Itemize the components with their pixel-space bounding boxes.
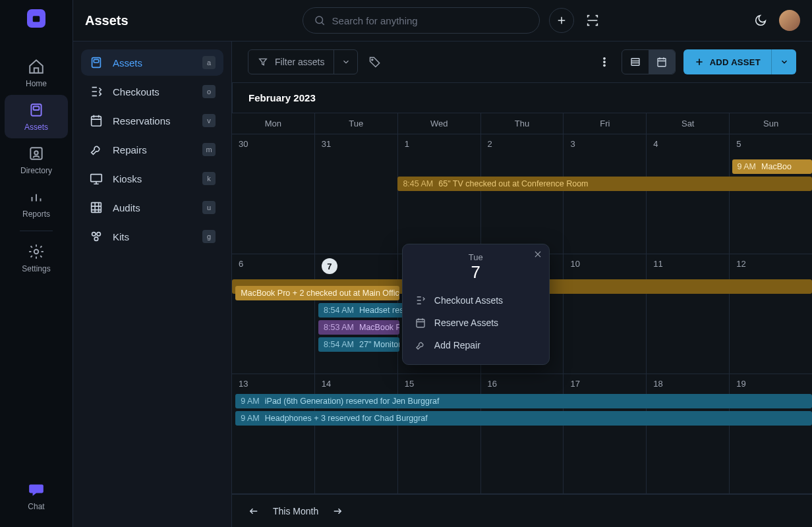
popover-day-label: Tue <box>403 252 549 262</box>
nav-home[interactable]: Home <box>5 51 68 95</box>
calendar-cell[interactable]: 4 <box>646 134 729 254</box>
tag-button[interactable] <box>366 53 384 71</box>
sidebar-item-audits[interactable]: Audits u <box>81 194 223 221</box>
filter-icon <box>258 57 268 67</box>
popover-checkout-assets[interactable]: Checkout Assets <box>403 289 549 312</box>
audits-icon <box>89 200 103 215</box>
dots-vertical-icon <box>598 56 610 68</box>
kiosks-icon <box>89 171 103 186</box>
svg-rect-4 <box>34 107 40 110</box>
calendar-event[interactable]: 8:45 AM 65" TV checked out at Conference… <box>397 177 812 191</box>
calendar-cell[interactable]: 19 <box>729 374 812 493</box>
calendar-cell[interactable]: 17 <box>563 374 646 493</box>
svg-rect-10 <box>94 59 98 63</box>
sidebar-item-kiosks[interactable]: Kiosks k <box>81 165 223 192</box>
nav-home-label: Home <box>26 79 47 88</box>
calendar-cell[interactable]: 10 <box>563 254 646 374</box>
svg-point-1 <box>34 18 36 20</box>
calendar-cell[interactable]: 3 <box>563 134 646 254</box>
popover-close[interactable] <box>533 250 542 261</box>
sidebar-item-kits[interactable]: Kits g <box>81 223 223 250</box>
calendar-cell[interactable]: 12 <box>729 254 812 374</box>
search-icon <box>314 14 326 26</box>
reserve-icon <box>415 317 426 329</box>
close-icon <box>533 250 542 259</box>
nav-directory[interactable]: Directory <box>5 138 68 182</box>
prev-month-button[interactable] <box>248 505 260 517</box>
keyboard-shortcut: v <box>202 114 216 127</box>
sidebar-item-reservations[interactable]: Reservations v <box>81 107 223 134</box>
view-calendar-button[interactable] <box>649 50 675 74</box>
popover-reserve-assets[interactable]: Reserve Assets <box>403 312 549 334</box>
list-icon <box>629 56 641 68</box>
scan-icon <box>585 13 600 28</box>
svg-rect-22 <box>658 59 666 67</box>
app-logo[interactable] <box>27 9 45 28</box>
theme-toggle[interactable] <box>751 11 770 30</box>
chevron-down-icon <box>341 57 351 67</box>
plus-icon <box>556 14 567 26</box>
svg-rect-13 <box>92 203 102 213</box>
nav-reports[interactable]: Reports <box>5 182 68 225</box>
svg-rect-12 <box>91 175 102 182</box>
rail-separator <box>20 231 53 231</box>
nav-settings[interactable]: Settings <box>5 236 68 280</box>
search-input[interactable] <box>332 15 529 26</box>
add-asset-dropdown[interactable] <box>771 49 796 74</box>
search-input-wrap[interactable] <box>303 7 540 34</box>
calendar-cell[interactable]: 16 <box>480 374 564 493</box>
sidebar-item-label: Audits <box>113 202 193 213</box>
add-asset-button[interactable]: ADD ASSET <box>683 49 771 74</box>
chat-icon <box>28 481 45 498</box>
calendar-cell[interactable]: 11 <box>646 254 729 374</box>
calendar-cell[interactable]: 14 <box>314 374 397 493</box>
calendar-icon <box>656 56 668 68</box>
next-month-button[interactable] <box>332 505 343 517</box>
calendar-event[interactable]: 8:54 AM 27" Monitor r <box>318 337 399 352</box>
calendar-event[interactable]: 9 AM iPad (6th Generation) reserved for … <box>235 394 812 408</box>
keyboard-shortcut: u <box>202 201 216 214</box>
calendar-event[interactable]: MacBook Pro + 2 checked out at Main Offi… <box>235 286 399 300</box>
popover-add-repair[interactable]: Add Repair <box>403 334 549 356</box>
add-global-button[interactable] <box>549 8 574 33</box>
view-list-button[interactable] <box>622 50 649 74</box>
plus-icon <box>694 57 705 67</box>
checkout-icon <box>415 294 426 306</box>
sidebar-item-label: Kits <box>113 231 193 242</box>
more-button[interactable] <box>595 53 614 71</box>
repair-icon <box>415 339 426 351</box>
svg-point-14 <box>92 233 96 236</box>
calendar-cell[interactable]: 30 <box>232 134 314 254</box>
assets-icon <box>28 101 45 119</box>
keyboard-shortcut: g <box>202 230 216 243</box>
calendar-cell[interactable]: 13 <box>232 374 314 493</box>
filter-dropdown[interactable] <box>334 50 357 74</box>
calendar-cell[interactable]: 15 <box>397 374 480 493</box>
sidebar-item-label: Kiosks <box>113 173 193 184</box>
scan-button[interactable] <box>583 11 602 30</box>
sidebar-item-assets[interactable]: Assets a <box>81 49 223 76</box>
nav-settings-label: Settings <box>22 264 50 273</box>
nav-chat[interactable]: Chat <box>5 474 68 518</box>
sidebar-item-checkouts[interactable]: Checkouts o <box>81 78 223 105</box>
keyboard-shortcut: k <box>202 172 216 185</box>
sidebar-item-label: Assets <box>113 57 193 69</box>
filter-assets[interactable]: Filter assets <box>248 49 358 74</box>
calendar-range-label[interactable]: This Month <box>273 506 318 516</box>
avatar[interactable] <box>779 10 800 31</box>
calendar-cell[interactable]: 6 <box>232 254 314 374</box>
calendar-event[interactable]: 8:53 AM MacBook Pro <box>318 320 399 335</box>
svg-point-16 <box>94 237 98 241</box>
calendar-cell[interactable]: 31 <box>314 134 397 254</box>
calendar-cell[interactable]: 18 <box>646 374 729 493</box>
nav-assets[interactable]: Assets <box>5 95 68 138</box>
sidebar-item-repairs[interactable]: Repairs m <box>81 136 223 163</box>
calendar-event[interactable]: 9 AM MacBoo <box>732 159 812 174</box>
svg-rect-23 <box>417 319 424 327</box>
keyboard-shortcut: a <box>202 56 216 69</box>
calendar-cell[interactable]: 2 <box>480 134 564 254</box>
calendar-cell[interactable]: 5 <box>729 134 812 254</box>
kits-icon <box>89 229 103 244</box>
calendar-cell[interactable]: 1 <box>397 134 480 254</box>
calendar-event[interactable]: 9 AM Headphones + 3 reserved for Chad Bu… <box>235 411 812 426</box>
